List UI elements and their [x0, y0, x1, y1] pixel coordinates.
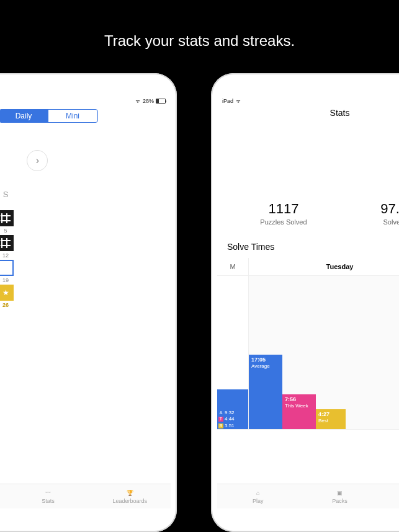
- day-header: M Tuesday W: [217, 258, 399, 276]
- tab-play[interactable]: ⌂ Play: [217, 484, 299, 508]
- tab-bar: ⌂ Play ▣ Packs ☰ Archive: [217, 484, 399, 508]
- puzzle-tile[interactable]: [0, 260, 14, 276]
- day-number: 12: [2, 252, 9, 259]
- day-number: 5: [4, 228, 7, 234]
- section-solve-times: Solve Times: [227, 242, 399, 252]
- status-bar: iPad 4:07 PM: [217, 97, 399, 105]
- stat-rate-label: Solve Rate: [380, 218, 399, 226]
- tab-bar: ▦ Archive 〰 Stats 🏆 Leaderboards: [0, 484, 171, 508]
- wifi-icon: [235, 99, 241, 104]
- stats-icon: 〰: [43, 489, 54, 497]
- puzzle-tile[interactable]: [0, 235, 14, 251]
- calendar-day[interactable]: 12: [0, 235, 15, 259]
- bar-this-week: 7:56This Week: [282, 394, 316, 429]
- bar-best: 4:27Best: [316, 409, 346, 429]
- username: slk: [217, 155, 399, 171]
- tab-leaderboards[interactable]: 🏆 Leaderboards: [89, 484, 171, 508]
- segment-mini[interactable]: Mini: [48, 110, 97, 122]
- next-month-button[interactable]: ›: [27, 150, 48, 171]
- tab-archive[interactable]: ☰ Archive: [380, 484, 399, 508]
- tab-stats[interactable]: 〰 Stats: [7, 484, 89, 508]
- stat-puzzles-label: Puzzles Solved: [260, 218, 307, 226]
- day-number: 19: [2, 277, 9, 283]
- ipad-right: iPad 4:07 PM Stats slk 1117 Puzzles Solv…: [211, 73, 399, 532]
- status-bar: 28%: [0, 97, 171, 105]
- segment-daily[interactable]: Daily: [0, 110, 48, 122]
- calendar-grid: 2345910111216171819232425263031: [0, 210, 171, 333]
- calendar-day[interactable]: 19: [0, 260, 15, 283]
- tagline: Track your stats and streaks.: [0, 32, 399, 50]
- device-label: iPad: [222, 98, 233, 104]
- chevron-right-icon: ›: [36, 155, 39, 166]
- bar-average: 17:05Average: [249, 355, 282, 429]
- segment-control[interactable]: Daily Mini: [0, 109, 98, 123]
- trophy-icon: 🏆: [124, 489, 135, 497]
- puzzle-tile[interactable]: [0, 210, 14, 226]
- battery-icon: [156, 99, 166, 104]
- bar-monday-avg: A9:32T4:44B3:51: [217, 389, 248, 429]
- packs-icon: ▣: [334, 489, 346, 497]
- wifi-icon: [135, 99, 141, 104]
- ipad-left: 28% Daily Mini January 2019 ⌄ › W T F S …: [0, 73, 177, 532]
- stats-summary: 1117 Puzzles Solved 97.0% Solve Rate: [217, 201, 399, 226]
- solve-times-chart: A9:32T4:44B3:51 17:05Average7:56This Wee…: [217, 276, 399, 430]
- stat-rate-value: 97.0%: [380, 201, 399, 217]
- weekday-header: W T F S: [0, 190, 171, 199]
- tab-packs[interactable]: ▣ Packs: [299, 484, 381, 508]
- tab-archive[interactable]: ▦ Archive: [0, 484, 7, 508]
- calendar-day[interactable]: 26: [0, 285, 15, 308]
- puzzle-tile[interactable]: [0, 285, 14, 301]
- page-title: Stats: [217, 105, 399, 118]
- day-number: 26: [2, 302, 9, 308]
- battery-pct: 28%: [143, 98, 154, 104]
- calendar-day[interactable]: 5: [0, 210, 15, 234]
- home-icon: ⌂: [253, 489, 264, 497]
- stat-puzzles-value: 1117: [260, 201, 307, 217]
